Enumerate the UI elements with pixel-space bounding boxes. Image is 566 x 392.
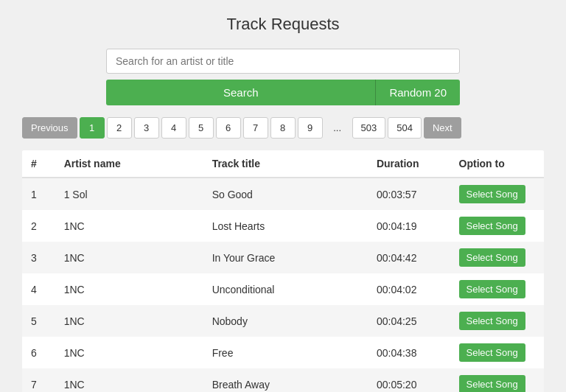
prev-button[interactable]: Previous	[22, 117, 77, 139]
cell-title: Lost Hearts	[203, 210, 368, 242]
cell-artist: 1NC	[55, 337, 203, 368]
col-header-num: #	[22, 150, 55, 178]
cell-option: Select Song	[450, 273, 544, 305]
cell-title: Nobody	[203, 305, 368, 337]
page-btn-9[interactable]: 9	[298, 117, 323, 139]
cell-num: 6	[22, 337, 55, 368]
table-body: 11 SolSo Good00:03:57Select Song21NCLost…	[22, 178, 544, 392]
col-header-option: Option to	[450, 150, 544, 178]
cell-option: Select Song	[450, 305, 544, 337]
page-btn-4[interactable]: 4	[161, 117, 186, 139]
cell-duration: 00:04:19	[368, 210, 450, 242]
select-song-button[interactable]: Select Song	[459, 280, 525, 298]
cell-artist: 1NC	[55, 368, 203, 392]
cell-duration: 00:04:42	[368, 242, 450, 273]
cell-title: In Your Grace	[203, 242, 368, 273]
cell-artist: 1NC	[55, 210, 203, 242]
table-header-row: # Artist name Track title Duration Optio…	[22, 150, 544, 178]
pagination: Previous 1 2 3 4 5 6 7 8 9 ... 503 504 N…	[22, 117, 544, 139]
table-row: 71NCBreath Away00:05:20Select Song	[22, 368, 544, 392]
cell-num: 7	[22, 368, 55, 392]
cell-title: Breath Away	[203, 368, 368, 392]
cell-title: Free	[203, 337, 368, 368]
cell-option: Select Song	[450, 368, 544, 392]
page-btn-6[interactable]: 6	[216, 117, 241, 139]
select-song-button[interactable]: Select Song	[459, 375, 525, 392]
page-btn-503[interactable]: 503	[352, 117, 386, 139]
table-row: 11 SolSo Good00:03:57Select Song	[22, 178, 544, 210]
page-title: Track Requests	[22, 15, 544, 34]
random-button[interactable]: Random 20	[375, 80, 460, 105]
track-table: # Artist name Track title Duration Optio…	[22, 150, 544, 392]
cell-num: 2	[22, 210, 55, 242]
cell-duration: 00:04:38	[368, 337, 450, 368]
col-header-duration: Duration	[368, 150, 450, 178]
track-table-container: # Artist name Track title Duration Optio…	[22, 150, 544, 392]
cell-num: 3	[22, 242, 55, 273]
page-btn-2[interactable]: 2	[107, 117, 132, 139]
pagination-ellipsis: ...	[325, 118, 350, 138]
cell-title: Unconditional	[203, 273, 368, 305]
cell-duration: 00:05:20	[368, 368, 450, 392]
select-song-button[interactable]: Select Song	[459, 217, 525, 235]
page-btn-8[interactable]: 8	[270, 117, 296, 139]
search-area: Search Random 20	[22, 49, 544, 105]
select-song-button[interactable]: Select Song	[459, 312, 525, 330]
cell-artist: 1NC	[55, 242, 203, 273]
cell-num: 5	[22, 305, 55, 337]
select-song-button[interactable]: Select Song	[459, 343, 525, 362]
cell-option: Select Song	[450, 210, 544, 242]
cell-artist: 1 Sol	[55, 178, 203, 210]
cell-artist: 1NC	[55, 305, 203, 337]
cell-duration: 00:03:57	[368, 178, 450, 210]
cell-option: Select Song	[450, 178, 544, 210]
cell-num: 1	[22, 178, 55, 210]
cell-title: So Good	[203, 178, 368, 210]
table-row: 51NCNobody00:04:25Select Song	[22, 305, 544, 337]
cell-option: Select Song	[450, 337, 544, 368]
cell-num: 4	[22, 273, 55, 305]
col-header-artist: Artist name	[55, 150, 203, 178]
next-button[interactable]: Next	[424, 117, 461, 139]
page-btn-504[interactable]: 504	[388, 117, 422, 139]
page-btn-5[interactable]: 5	[189, 117, 214, 139]
table-row: 41NCUnconditional00:04:02Select Song	[22, 273, 544, 305]
cell-option: Select Song	[450, 242, 544, 273]
page-btn-1[interactable]: 1	[80, 117, 105, 139]
table-row: 61NCFree00:04:38Select Song	[22, 337, 544, 368]
search-buttons: Search Random 20	[106, 80, 460, 105]
cell-duration: 00:04:02	[368, 273, 450, 305]
search-input[interactable]	[106, 49, 460, 74]
table-row: 31NCIn Your Grace00:04:42Select Song	[22, 242, 544, 273]
cell-artist: 1NC	[55, 273, 203, 305]
cell-duration: 00:04:25	[368, 305, 450, 337]
table-row: 21NCLost Hearts00:04:19Select Song	[22, 210, 544, 242]
select-song-button[interactable]: Select Song	[459, 185, 525, 203]
search-button[interactable]: Search	[106, 80, 375, 105]
page-container: Track Requests Search Random 20 Previous…	[0, 0, 566, 392]
col-header-title: Track title	[203, 150, 368, 178]
page-btn-3[interactable]: 3	[134, 117, 159, 139]
select-song-button[interactable]: Select Song	[459, 248, 525, 267]
page-btn-7[interactable]: 7	[243, 117, 268, 139]
